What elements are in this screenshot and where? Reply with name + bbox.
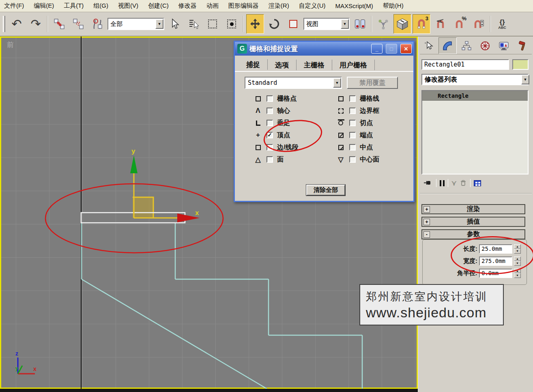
tangent-icon [336,121,345,125]
grid-points-checkbox[interactable] [266,95,273,102]
tab-utilities[interactable] [514,37,532,54]
chevron-down-icon[interactable]: ▼ [341,19,349,29]
spinner-down-icon[interactable]: ▼ [514,273,521,278]
snap-row-endpoint: 端点 [336,130,373,140]
menu-help[interactable]: 帮助(H) [383,2,404,10]
selection-filter-dropdown[interactable]: 全部 ▼ [107,18,164,30]
chevron-down-icon[interactable]: ▼ [521,75,529,84]
tab-hierarchy[interactable] [458,37,475,54]
use-pivot-point-button[interactable] [351,14,369,34]
midpoint-checkbox[interactable] [349,144,356,151]
window-crossing-toggle-button[interactable] [223,14,241,34]
undo-button[interactable]: ↶ [8,14,26,34]
rollout-rendering[interactable]: + 渲染 [421,204,525,214]
menu-group[interactable]: 组(G) [93,2,108,10]
menu-maxscript[interactable]: MAXScript(M) [335,2,373,9]
select-by-name-button[interactable] [185,14,202,34]
redo-button[interactable]: ↷ [27,14,45,34]
length-spinner[interactable]: ▲▼ [514,244,521,254]
spinner-up-icon[interactable]: ▲ [514,256,521,261]
menu-rendering[interactable]: 渲染(R) [269,2,289,10]
width-field[interactable] [479,256,512,266]
close-button[interactable]: ✕ [400,44,412,54]
configure-modifier-sets-icon[interactable] [474,180,481,186]
select-and-link-button[interactable] [50,14,68,34]
rollout-collapse-icon[interactable]: - [423,231,430,238]
tab-modify[interactable] [438,37,456,54]
select-and-rotate-button[interactable] [265,14,283,34]
menu-customize[interactable]: 自定义(U) [299,2,326,10]
spinner-down-icon[interactable]: ▼ [514,249,521,254]
chevron-down-icon[interactable]: ▼ [155,19,163,29]
snap-type-dropdown[interactable]: Standard ▼ [245,77,342,89]
tab-motion[interactable] [476,37,494,54]
menu-graph-editors[interactable]: 图形编辑器 [228,2,259,10]
object-color-swatch[interactable] [512,59,529,70]
stack-item-rectangle[interactable]: Rectangle [422,91,528,101]
spinner-down-icon[interactable]: ▼ [514,261,521,266]
vertex-checkbox[interactable] [266,132,273,138]
menu-edit[interactable]: 编辑(E) [34,2,54,10]
tab-options[interactable]: 选项 [268,60,297,70]
menu-create[interactable]: 创建(C) [148,2,169,10]
center-face-icon: ▽ [336,155,345,164]
percent-snap-toggle-button[interactable]: % [451,14,469,34]
snaps-toggle-button[interactable]: 3 [413,14,430,34]
show-end-result-icon[interactable] [440,180,445,186]
minimize-button[interactable]: _ [371,44,383,54]
spinner-snap-toggle-button[interactable] [470,14,488,34]
tab-display[interactable] [495,37,513,54]
corner-radius-spinner[interactable]: ▲▼ [514,269,521,278]
bind-to-space-warp-button[interactable] [88,14,106,34]
bounding-box-checkbox[interactable] [349,108,356,114]
spinner-up-icon[interactable]: ▲ [514,244,521,249]
endpoint-checkbox[interactable] [349,132,356,138]
width-spinner[interactable]: ▲▼ [514,256,521,266]
tab-snaps[interactable]: 捕捉 [239,59,268,70]
tab-create[interactable] [420,37,438,54]
rollout-interpolation[interactable]: + 插值 [421,217,525,227]
menu-tools[interactable]: 工具(T) [64,2,84,10]
select-and-manipulate-button[interactable] [374,14,392,34]
face-checkbox[interactable] [266,156,273,163]
dialog-title-bar[interactable]: G 栅格和捕捉设置 _ □ ✕ [235,42,413,56]
named-selection-sets-button[interactable]: {} ABC [493,14,511,34]
chevron-down-icon[interactable]: ▼ [333,78,341,88]
unlink-selection-button[interactable] [69,14,87,34]
reference-coordinate-dropdown[interactable]: 视图 ▼ [303,18,350,30]
tab-home-grid[interactable]: 主栅格 [297,60,332,70]
toolbar-drag-handle[interactable] [3,16,5,32]
edge-segment-checkbox[interactable] [266,144,273,151]
menu-file[interactable]: 文件(F) [4,2,24,10]
menu-modifiers[interactable]: 修改器 [178,2,197,10]
modifier-stack[interactable]: Rectangle [421,90,529,174]
rollout-parameters[interactable]: - 参数 [421,229,525,239]
length-field[interactable] [479,244,512,254]
menu-animation[interactable]: 动画 [206,2,219,10]
spinner-up-icon[interactable]: ▲ [514,269,521,274]
snap-type-value: Standard [248,79,277,86]
selection-region-icon [208,19,217,28]
menu-views[interactable]: 视图(V) [118,2,138,10]
angle-snap-toggle-button[interactable] [432,14,449,34]
rollout-expand-icon[interactable]: + [423,219,430,225]
pivot-point-icon [355,19,365,28]
viewport-label[interactable]: 前 [7,40,14,50]
center-face-checkbox[interactable] [349,156,356,163]
rollout-expand-icon[interactable]: + [423,206,430,213]
select-object-button[interactable] [165,14,183,34]
tangent-checkbox[interactable] [349,120,356,126]
modifier-list-dropdown[interactable]: 修改器列表 ▼ [421,74,529,85]
tab-user-grids[interactable]: 用户栅格 [332,60,375,70]
pin-stack-icon[interactable] [424,179,433,187]
keyboard-shortcut-override-button[interactable] [393,14,411,34]
clear-all-button[interactable]: 清除全部 [306,185,345,196]
select-and-move-button[interactable] [246,14,264,34]
rectangular-selection-region-button[interactable] [204,14,221,34]
object-name-field[interactable] [421,59,509,70]
corner-radius-field[interactable] [479,269,512,278]
grid-lines-checkbox[interactable] [349,95,356,102]
perpendicular-checkbox[interactable] [266,120,273,126]
select-and-scale-button[interactable] [284,14,302,34]
pivot-checkbox[interactable] [266,108,273,114]
